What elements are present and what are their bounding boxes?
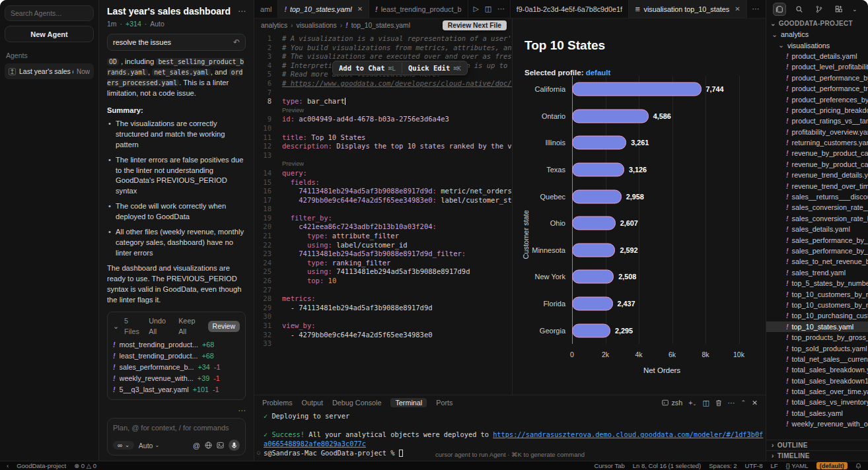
code-line[interactable]: 29 - 74113481eb294ad5af3b9088e8917d9d — [254, 304, 512, 313]
code-line[interactable]: 3# The visualizations are executed over … — [254, 52, 512, 61]
tab-problems[interactable]: Problems — [262, 399, 293, 407]
file-tree-item[interactable]: !sales__returns___discount... — [766, 191, 868, 202]
eol-indicator[interactable]: LF — [770, 462, 778, 469]
search-agents-input[interactable]: Search Agents... — [5, 5, 94, 21]
file-tree-item[interactable]: !top_10_customers_by_reve... — [766, 300, 868, 310]
split-terminal-icon[interactable]: ◫ — [702, 399, 709, 407]
encoding-indicator[interactable]: UTF-8 — [745, 462, 763, 469]
code-line[interactable]: 22 using: label/customer_id — [254, 241, 512, 250]
file-tree-item[interactable]: !top_10_states.yaml — [766, 321, 868, 332]
codelens-preview[interactable]: Preview — [271, 160, 304, 169]
chevron-down-icon[interactable]: ⌄ — [113, 321, 119, 331]
review-button[interactable]: Review — [208, 321, 240, 332]
breadcrumb[interactable]: analytics› visualisations› ! top_10_stat… — [254, 18, 512, 32]
bell-icon[interactable] — [855, 463, 861, 469]
file-tree-item[interactable]: !product_performance_by_... — [766, 73, 868, 83]
code-line[interactable]: 9id: ac004949-ad4d-4678-b03a-2756e3d6a4e… — [254, 115, 512, 124]
review-next-file-button[interactable]: Review Next File — [443, 20, 507, 30]
file-tree-item[interactable]: !product_preferences_by_c... — [766, 94, 868, 104]
file-tree-item[interactable]: !sales_to_net_revenue_bre... — [766, 256, 868, 267]
file-tree-item[interactable]: !revenue_by_product_cate... — [766, 159, 868, 170]
file-tree-item[interactable]: !top_10_customers_by_reve... — [766, 288, 868, 299]
file-tree-item[interactable]: !sales_details.yaml — [766, 224, 868, 234]
infinity-mode-selector[interactable]: ∞⌄ — [113, 441, 134, 450]
undo-all-button[interactable]: Undo All — [149, 316, 173, 337]
file-tree-item[interactable]: !total_sales_breakdown.yaml — [766, 364, 868, 375]
close-panel-icon[interactable]: ✕ — [752, 399, 758, 407]
file-tree-item[interactable]: !top_10_purchasing_custo... — [766, 310, 868, 321]
bar[interactable] — [572, 163, 624, 177]
changed-file-row[interactable]: !sales_performance_b...+34-1 — [113, 362, 240, 373]
folder-visualisations[interactable]: ⌄visualisations — [766, 40, 868, 50]
shell-indicator[interactable]: zsh — [662, 399, 682, 407]
agent-list-item[interactable]: ↥ Last year's sales das... Now — [5, 63, 94, 79]
file-tree-item[interactable]: !sales_conversion_rate_by_... — [766, 213, 868, 224]
changed-file-row[interactable]: !5__q3_last_year.yaml+101-1 — [113, 384, 240, 395]
tab-uuid[interactable]: f9-0a1b-2c3d-4e5f-6a7b8c9d0e1f — [511, 0, 629, 18]
project-name[interactable]: GoodData-project — [17, 462, 66, 469]
code-line[interactable]: 19 filter_by: — [254, 214, 512, 223]
tab-top-10-states[interactable]: ! top_10_states.yaml ✕ — [278, 0, 369, 18]
file-tree-item[interactable]: !sales_conversion_rate____... — [766, 202, 868, 213]
outline-section[interactable]: ›OUTLINE — [766, 440, 868, 450]
chat-overflow-icon[interactable]: ⋯ — [107, 405, 246, 417]
bar[interactable] — [572, 136, 626, 150]
file-tree-item[interactable]: !profitability_overview.yaml — [766, 127, 868, 137]
explorer-view-icon[interactable] — [773, 3, 786, 16]
split-editor-icon[interactable]: ◫ — [485, 5, 491, 13]
tab-least-trending[interactable]: ! least_trending_product_b — [369, 0, 468, 18]
code-line[interactable]: 20 c421eea86c7243adbf2b13b10a03f204: — [254, 222, 512, 232]
code-line[interactable]: 7 — [254, 88, 512, 98]
code-line[interactable]: 16 74113481eb294ad5af3b9088e8917d9d: met… — [254, 187, 512, 196]
views-chevron-icon[interactable]: ⌄ — [852, 6, 857, 13]
extensions-icon[interactable] — [832, 3, 846, 16]
bar[interactable] — [572, 297, 613, 311]
file-tree-item[interactable]: !total_sales_vs_inventory_t... — [766, 397, 868, 407]
code-line[interactable]: 6# https://www.gooddata.com/developers/c… — [254, 79, 512, 88]
mic-button[interactable] — [229, 440, 240, 451]
file-tree-item[interactable]: !sales_performance_by_pr... — [766, 234, 868, 245]
close-icon[interactable]: ✕ — [735, 5, 740, 13]
undo-icon[interactable]: ↶ — [233, 38, 240, 47]
file-tree-item[interactable]: !sales_performance_by_pr... — [766, 246, 868, 256]
code-line[interactable]: 28metrics: — [254, 294, 512, 304]
chat-more-icon[interactable]: ⋯ — [238, 7, 246, 16]
changed-file-row[interactable]: !least_trending_product...+68 — [113, 351, 240, 362]
file-tree-item[interactable]: !total_net_sales__current_... — [766, 354, 868, 364]
cursor-tab-indicator[interactable]: Cursor Tab — [594, 462, 624, 469]
more-icon[interactable]: ⋯ — [728, 399, 735, 407]
code-content[interactable]: Add to Chat⌘L Quick Edit⌘K 1# A visualiz… — [254, 32, 512, 395]
run-icon[interactable]: ▷ — [474, 5, 479, 13]
codelens-preview[interactable]: Preview — [271, 106, 304, 116]
model-selector[interactable]: Auto⌄ — [139, 442, 159, 450]
code-line[interactable]: 1# A visualization is a visual represent… — [254, 34, 512, 44]
file-tree-item[interactable]: !product_pricing_breakdow... — [766, 105, 868, 116]
tab-ports[interactable]: Ports — [436, 399, 452, 407]
tab-partial[interactable]: aml — [254, 0, 278, 18]
problems-indicator[interactable]: ⊗ 0 △ 0 — [74, 462, 96, 469]
file-tree-item[interactable]: !top_products_by_gross_pr... — [766, 332, 868, 343]
bar[interactable] — [572, 243, 615, 257]
code-line[interactable]: 12description: Displays the top 10 state… — [254, 142, 512, 151]
code-line[interactable]: 26 top: 10 — [254, 277, 512, 286]
code-line[interactable]: 11title: Top 10 States — [254, 133, 512, 143]
code-line[interactable]: 25 using: 74113481eb294ad5af3b9088e8917d… — [254, 267, 512, 277]
bar[interactable] — [572, 270, 614, 284]
changed-file-row[interactable]: !weekly_revenue_with...+39-1 — [113, 373, 240, 384]
changed-file-row[interactable]: !most_trending_product...+68 — [113, 339, 240, 351]
user-message[interactable]: resolve the issues ↶ — [107, 34, 246, 51]
file-tree-item[interactable]: !total_sales.yaml — [766, 408, 868, 419]
code-line[interactable]: 23 74113481eb294ad5af3b9088e8917d9d_filt… — [254, 250, 512, 259]
code-line[interactable]: 18 — [254, 205, 512, 214]
file-tree-item[interactable]: !total_sales_over_time.yaml — [766, 386, 868, 397]
source-control-icon[interactable] — [813, 3, 826, 16]
trash-icon[interactable] — [715, 399, 722, 407]
mention-icon[interactable]: @ — [193, 442, 200, 450]
code-line[interactable]: 10 — [254, 124, 512, 133]
file-tree-item[interactable]: !returning_customers.yaml — [766, 137, 868, 148]
bar[interactable] — [572, 189, 622, 203]
globe-icon[interactable] — [205, 442, 212, 449]
bar[interactable] — [572, 217, 616, 230]
cursor-position[interactable]: Ln 8, Col 16 (1 selected) — [633, 462, 702, 469]
timeline-section[interactable]: ›TIMELINE — [766, 450, 868, 461]
